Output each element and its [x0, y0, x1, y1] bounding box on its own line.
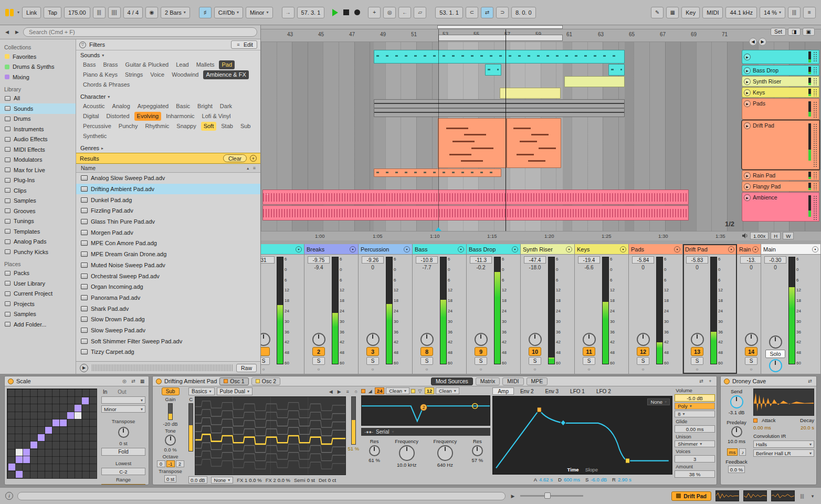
back-to-arrangement-icon[interactable]: ←	[398, 7, 411, 18]
sidebar-item[interactable]: Clips	[0, 185, 76, 196]
envelope-display[interactable]: None▾ Time Slope	[492, 396, 672, 475]
browser-file-row[interactable]: Tizzy Carpet.adg	[76, 346, 260, 358]
browser-file-row[interactable]: MPE Dream Grain Drone.adg	[76, 249, 260, 260]
track-name[interactable]: Pads	[753, 100, 806, 107]
solo-button[interactable]: S	[261, 357, 270, 365]
browser-file-row[interactable]: Dunkel Pad.adg	[76, 194, 260, 205]
track-fold-icon[interactable]: ▾	[728, 246, 734, 253]
peak-level-display[interactable]: 0	[696, 265, 699, 271]
wavetable-menu[interactable]: Pulse Dual▾	[217, 387, 252, 395]
filter2-type-icon[interactable]: ▽	[417, 388, 423, 394]
filter-tag[interactable]: Dark	[217, 102, 235, 111]
env-mod-menu[interactable]: None▾	[647, 398, 670, 405]
mixer-track-header[interactable]: Bass Drop ▾	[467, 244, 520, 255]
monitor-icon[interactable]: ○	[314, 366, 323, 372]
res2-knob[interactable]	[472, 445, 483, 456]
logo-dropdown-icon[interactable]: ▾	[17, 10, 19, 15]
search-input[interactable]	[23, 27, 257, 37]
pitch-mod-menu[interactable]: None▾	[211, 477, 234, 484]
monitor-icon[interactable]: ○	[261, 366, 268, 372]
filter-tag[interactable]: Analog	[110, 102, 133, 111]
track-fold-icon[interactable]: ▾	[512, 246, 518, 253]
prev-wavetable-icon[interactable]: ◀	[328, 389, 334, 394]
browser-file-row[interactable]: MPE Con Amore Pad.adg	[76, 238, 260, 249]
fx1-field[interactable]: FX 10.0 %	[237, 477, 261, 483]
cpu-meter[interactable]: 14 %▾	[760, 7, 785, 18]
volume-display[interactable]: -47.4	[524, 256, 546, 264]
browser-file-row[interactable]: Glass Thin Pure Pad.adv	[76, 216, 260, 227]
filter-tag[interactable]: Digital	[80, 112, 102, 121]
set-button[interactable]: Set	[771, 28, 786, 36]
solo-button[interactable]: S	[475, 357, 487, 365]
track-activator-button[interactable]: 12	[637, 347, 649, 356]
predelay-knob[interactable]	[731, 426, 742, 437]
computer-midi-keyboard-icon[interactable]: ▦	[666, 7, 679, 18]
env-tab[interactable]: Amp	[492, 387, 514, 395]
octave-button[interactable]: 2	[176, 460, 184, 467]
track-header[interactable]: ▶ Keys	[742, 87, 819, 98]
monitor-icon[interactable]: ○	[531, 366, 539, 372]
track-fold-icon[interactable]: ▾	[566, 246, 572, 253]
browser-file-row[interactable]: Orchestral Sweep Pad.adv	[76, 270, 260, 281]
solo-button[interactable]: S	[745, 357, 757, 365]
pan-knob[interactable]	[691, 333, 704, 346]
nudge-up-icon[interactable]: ||||	[108, 7, 121, 18]
track-grip-icon[interactable]	[813, 89, 817, 96]
peak-level-display[interactable]: 0	[371, 265, 374, 271]
sidebar-item[interactable]: Sounds	[0, 103, 76, 114]
sidebar-item[interactable]: All	[0, 93, 76, 104]
sidebar-item[interactable]: Plug-Ins	[0, 175, 76, 186]
track-fold-icon[interactable]: ▾	[752, 246, 759, 253]
sub-osc-button[interactable]: Sub	[162, 387, 180, 395]
mixer-track-header[interactable]: Main ▾	[761, 244, 820, 255]
predelay-value[interactable]: 10.0 ms	[728, 438, 745, 444]
sidebar-item[interactable]: Packs	[0, 268, 76, 279]
browser-file-row[interactable]: Morgen Pad.adv	[76, 227, 260, 238]
scale-cell[interactable]	[30, 442, 37, 448]
track-play-icon[interactable]: ▶	[744, 78, 751, 85]
peak-level-display[interactable]: -6.6	[584, 265, 593, 271]
track-name[interactable]: Flangy Pad	[753, 183, 806, 190]
volume-display[interactable]: -5.83	[686, 256, 708, 264]
filter1-character-menu[interactable]: Clean▾	[386, 387, 409, 394]
scale-cell[interactable]	[16, 471, 23, 478]
zoom-forward-icon[interactable]: ▶	[759, 38, 766, 46]
save-preset-icon[interactable]: +	[707, 379, 713, 384]
track-play-icon[interactable]: ▶	[744, 89, 751, 96]
filter-tag[interactable]: Inharmonic	[163, 112, 197, 121]
track-grip-icon[interactable]	[813, 183, 817, 190]
filter-tag[interactable]: Mallets	[194, 60, 217, 69]
track-activator-button[interactable]	[261, 347, 270, 356]
overdub-icon[interactable]: +	[368, 7, 381, 18]
fx2-field[interactable]: FX 20.0 %	[266, 477, 290, 483]
track-play-icon[interactable]: ▶	[744, 122, 751, 129]
save-preset-icon[interactable]: ▦	[139, 379, 145, 384]
browser-file-row[interactable]: Muted Noise Sweep Pad.adv	[76, 260, 260, 271]
solo-button[interactable]: S	[691, 357, 703, 365]
solo-button[interactable]: S	[529, 357, 541, 365]
voice-count-menu[interactable]: 8▾	[675, 411, 715, 417]
res1-value[interactable]: 61 %	[369, 457, 380, 463]
clip-thumbnail[interactable]	[743, 490, 767, 501]
filter-tag[interactable]: Evolving	[134, 112, 162, 121]
track-play-icon[interactable]: ▶	[744, 183, 751, 190]
scale-cell[interactable]	[16, 449, 23, 456]
filter-display[interactable]	[361, 395, 490, 426]
height-zoom-button[interactable]: H	[771, 232, 781, 239]
filter-tag[interactable]: Synthetic	[80, 132, 109, 141]
clear-filters-button[interactable]: Clear	[223, 154, 247, 162]
track-grip-icon[interactable]	[813, 67, 817, 74]
sidebar-item[interactable]: Projects	[0, 299, 76, 309]
chevron-down-icon[interactable]: ▾	[809, 494, 816, 499]
key-map-button[interactable]: Key	[681, 7, 700, 18]
record-button[interactable]	[354, 9, 360, 15]
track-name[interactable]: Synth Riser	[753, 78, 806, 85]
send-value[interactable]: -3.1 dB	[729, 410, 745, 415]
track-play-icon[interactable]: ▶	[744, 54, 751, 60]
zoom-back-icon[interactable]: ◀	[749, 38, 757, 46]
quantize-menu[interactable]: 2 Bars▾	[161, 7, 190, 18]
peak-level-display[interactable]: -0.2	[476, 265, 485, 271]
play-button[interactable]	[332, 9, 338, 16]
width-zoom-button[interactable]: W	[783, 232, 794, 239]
filter-tag[interactable]: Lofi & Vinyl	[199, 112, 234, 121]
